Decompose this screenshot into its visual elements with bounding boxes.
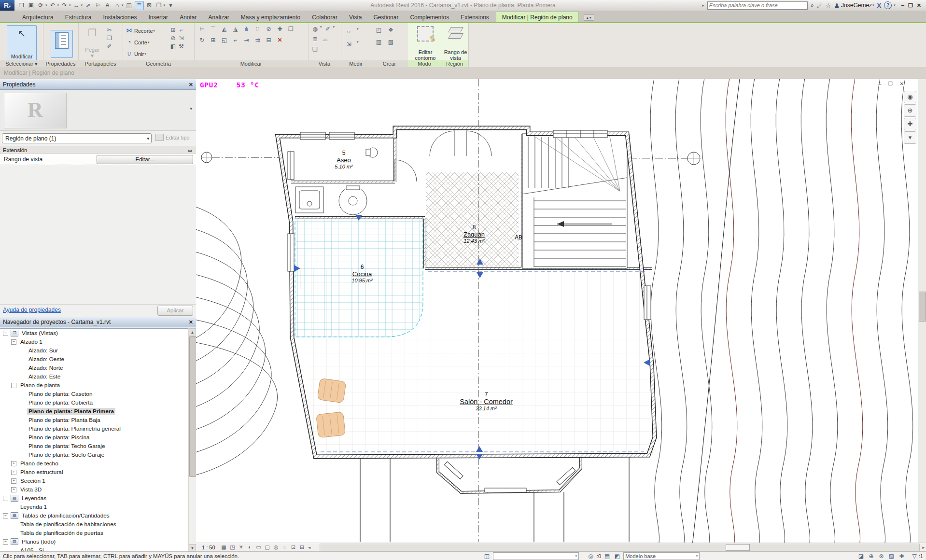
browser-scrollbar[interactable]: ▲ ▼ [188,328,196,551]
tab-arquitectura[interactable]: Arquitectura [16,12,59,22]
offset-icon[interactable]: ⌒ [209,25,217,33]
panel-label-modificar[interactable]: Modificar [194,60,308,68]
measure-icon-caret[interactable]: ▾ [81,3,83,7]
hscroll-right-icon[interactable]: ▸ [921,545,926,550]
displace-icon[interactable]: ❏ [311,45,319,54]
lock-view-icon[interactable]: ⊡ [290,544,297,551]
help-icon[interactable]: ? [884,1,892,9]
pin-icon[interactable]: ⊘ [265,25,273,33]
recorte-button[interactable]: ⋈Recorte▾ [126,26,155,35]
worksharing-display-icon[interactable]: ◪ [857,552,865,560]
extension-group-header[interactable]: Extensión ▴▴ [0,146,196,154]
tree-item-sección-1[interactable]: +Sección 1 [0,476,196,485]
canvas-hscrollbar[interactable] [320,544,920,551]
iso-constraints-icon[interactable]: ⊟ [298,544,306,551]
move-icon[interactable]: ✚ [276,25,284,33]
save-icon[interactable]: ▣ [27,1,35,10]
default-3d-view-icon[interactable]: ⌂ [113,1,121,10]
match-type-icon[interactable]: ✐ [105,42,113,51]
tree-item-plano-de-planta-techo-garaje[interactable]: Plano de planta: Techo Garaje [0,442,196,450]
scroll-down-icon[interactable]: ▼ [189,544,196,551]
tree-item-planos-todo-[interactable]: −▧Planos (todo) [0,537,196,546]
communication-center-icon[interactable]: ☄ [817,2,823,9]
thin-lines-icon[interactable]: ≣ [135,1,144,10]
measure-tool-icon-caret[interactable]: ▾ [357,27,359,35]
design-option-select[interactable]: Modelo base▾ [623,552,700,560]
offset-sm-icon[interactable]: ⇲ [177,34,185,42]
tree-item-plano-de-planta-piscina[interactable]: Plano de planta: Piscina [0,433,196,442]
override-graphics-icon-caret[interactable]: ▾ [333,25,335,33]
show-crop-icon[interactable]: ▢ [264,544,271,551]
tab-masa-y-emplazamiento[interactable]: Masa y emplazamiento [235,12,306,22]
mirror-axis-icon[interactable]: ◮ [231,25,239,33]
copy-to-clipboard-icon[interactable]: ❐ [105,34,113,42]
ribbon-collapse-toggle[interactable]: ▴ ▾ [584,14,594,21]
properties-help-link[interactable]: Ayuda de propiedades [3,307,61,313]
type-selector[interactable]: Región de plano (1) ▾ [2,133,152,143]
default-3d-view-icon-caret[interactable]: ▾ [122,3,124,7]
restore-button[interactable]: ❐ [908,2,913,9]
scroll-up-icon[interactable]: ▲ [189,328,196,336]
corte-button[interactable]: ◔Corte▾ [126,38,149,47]
help-caret-icon[interactable]: ▾ [894,3,896,7]
active-option-icon[interactable]: ◩ [613,552,621,560]
collapse-icon[interactable]: − [11,339,16,345]
project-browser-header[interactable]: Navegador de proyectos - Cartama_v1.rvt … [0,317,196,327]
aligned-dim-icon-caret[interactable]: ▾ [357,40,359,48]
paint-icon[interactable]: ◧ [169,42,177,51]
properties-close-icon[interactable]: ✕ [189,79,193,90]
redo-icon-caret[interactable]: ▾ [69,3,71,7]
paste-button[interactable]: ❐ Pegar▾ [81,25,103,61]
edit-boundary-button[interactable]: Editar contorno [411,24,440,63]
expand-icon[interactable]: + [11,470,16,475]
tab-anotar[interactable]: Anotar [174,12,202,22]
create-parts-icon[interactable]: ◰ [375,26,383,34]
linework-icon[interactable]: ≣ [311,35,319,43]
collapse-icon[interactable]: − [3,513,8,518]
scale-icon[interactable]: ◱ [220,36,228,44]
tree-item-plano-de-planta-suelo-garaje[interactable]: Plano de planta: Suelo Garaje [0,450,196,459]
tree-item-plano-de-planta-planta-baja[interactable]: Plano de planta: Planta Baja [0,416,196,424]
hscroll-left-icon[interactable]: ◂ [307,545,312,550]
search-icon[interactable]: ⌕ [811,1,814,9]
view-range-button[interactable]: Rango de vista [443,24,468,63]
aligned-dimension-icon[interactable]: ⇗ [84,1,92,10]
scale-button[interactable]: 1 : 50 [198,545,219,550]
drag-elements-icon[interactable]: ✚ [898,552,906,560]
tree-item-leyenda-1[interactable]: Leyenda 1 [0,503,196,511]
tree-item-tablas-de-planificación-cantidades[interactable]: −▦Tablas de planificación/Cantidades [0,511,196,520]
view-window-controls[interactable]: ‒ ❐ ✕ [879,81,907,86]
view-range-edit-button[interactable]: Editar... [97,155,193,164]
tree-item-plano-de-techo[interactable]: +Plano de techo [0,459,196,468]
tree-item-vista-3d[interactable]: +Vista 3D [0,485,196,494]
minimize-button[interactable]: ‒ [901,2,904,9]
tree-item-alzado-este[interactable]: Alzado: Este [0,372,196,381]
exchange-apps-icon[interactable]: X [877,2,882,9]
collapse-icon[interactable]: − [3,331,8,336]
redo-icon[interactable]: ↷ [60,1,69,10]
rotate-icon[interactable]: ↻ [198,36,206,44]
tab-extensions[interactable]: Extensions [455,12,495,22]
tab-colaborar[interactable]: Colaborar [306,12,343,22]
collapse-chevron-icon[interactable]: ▴▴ [188,146,192,154]
create-assembly-icon[interactable]: ▥ [375,38,383,46]
delete-icon[interactable]: ✕ [276,36,284,44]
tab-instalaciones[interactable]: Instalaciones [97,12,142,22]
undo-icon-caret[interactable]: ▾ [57,3,59,7]
customize-qat-icon[interactable]: ▾ [167,1,175,10]
application-menu-button[interactable]: R▾ [0,0,14,11]
editable-only-icon[interactable]: ◎ [587,552,595,560]
modify-button[interactable]: ↖ Modificar [7,25,37,62]
properties-palette-header[interactable]: Propiedades ✕ [0,79,196,90]
tree-item-plano-estructural[interactable]: +Plano estructural [0,468,196,476]
room-label-aseo[interactable]: 5Aseo5.10 m² [335,150,352,169]
tree-item-vistas-vistas-[interactable]: −❒Vistas (Vistas) [0,329,196,337]
tab-complementos[interactable]: Complementos [404,12,455,22]
trim-corner-icon[interactable]: ⌐ [231,36,239,44]
steering-wheel-icon[interactable]: ◉ [904,91,916,103]
tree-item-plano-de-planta-caseton[interactable]: Plano de planta: Caseton [0,390,196,398]
room-label-salón-comedor[interactable]: 7Salón - Comedor33.14 m² [460,391,513,411]
trim-multi-icon[interactable]: ⇉ [253,36,262,44]
shadows-icon[interactable]: ◐ [246,544,254,551]
edit-type-button[interactable]: Editar tipo [155,134,190,141]
